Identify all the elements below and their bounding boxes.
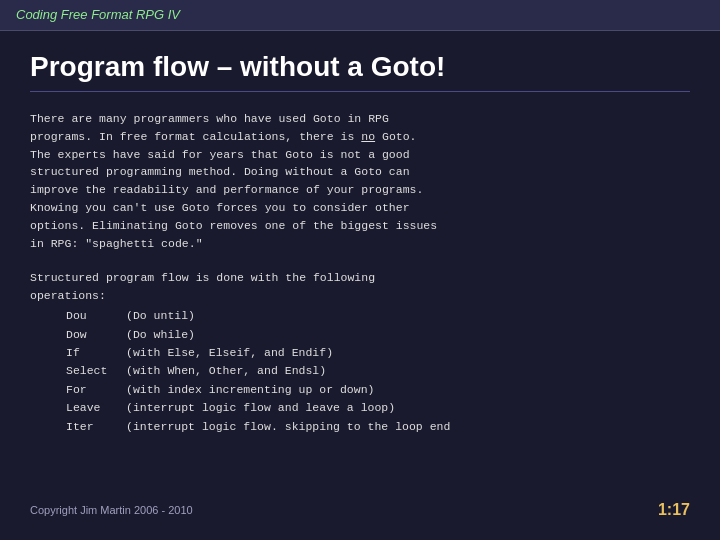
slide-container: Program flow – without a Goto! There are… [0, 31, 720, 535]
operations-table: Dou (Do until) Dow (Do while) If (with E… [30, 307, 690, 436]
para-line5: improve the readability and performance … [30, 183, 423, 196]
op-desc: (interrupt logic flow and leave a loop) [126, 399, 395, 417]
table-row: Select (with When, Other, and Endsl) [66, 362, 690, 380]
op-keyword: Dow [66, 326, 126, 344]
table-row: Dou (Do until) [66, 307, 690, 325]
para-line8: in RPG: "spaghetti code." [30, 237, 203, 250]
para-line4: structured programming method. Doing wit… [30, 165, 410, 178]
op-desc: (with When, Other, and Endsl) [126, 362, 326, 380]
slide-footer: Copyright Jim Martin 2006 - 2010 1:17 [30, 497, 690, 519]
op-desc: (with index incrementing up or down) [126, 381, 374, 399]
intro-paragraph: There are many programmers who have used… [30, 110, 690, 253]
op-keyword: Dou [66, 307, 126, 325]
op-keyword: Leave [66, 399, 126, 417]
op-keyword: If [66, 344, 126, 362]
op-desc: (Do while) [126, 326, 195, 344]
slide-body: There are many programmers who have used… [30, 110, 690, 489]
op-desc: (Do until) [126, 307, 195, 325]
footer-page: 1:17 [658, 501, 690, 519]
structured-intro1: Structured program flow is done with the… [30, 269, 690, 287]
table-row: Iter (interrupt logic flow. skipping to … [66, 418, 690, 436]
op-keyword: Select [66, 362, 126, 380]
slide-title: Program flow – without a Goto! [30, 51, 690, 92]
op-keyword: For [66, 381, 126, 399]
para-line2: programs. In free format calculations, t… [30, 130, 417, 143]
op-keyword: Iter [66, 418, 126, 436]
para-line3: The experts have said for years that Got… [30, 148, 410, 161]
table-row: Dow (Do while) [66, 326, 690, 344]
table-row: Leave (interrupt logic flow and leave a … [66, 399, 690, 417]
structured-section: Structured program flow is done with the… [30, 269, 690, 437]
header-title: Coding Free Format RPG IV [16, 7, 180, 22]
para-line6: Knowing you can't use Goto forces you to… [30, 201, 410, 214]
op-desc: (with Else, Elseif, and Endif) [126, 344, 333, 362]
footer-copyright: Copyright Jim Martin 2006 - 2010 [30, 504, 193, 516]
structured-intro2: operations: [30, 287, 690, 305]
header-bar: Coding Free Format RPG IV [0, 0, 720, 31]
op-desc: (interrupt logic flow. skipping to the l… [126, 418, 450, 436]
para-line1: There are many programmers who have used… [30, 112, 389, 125]
table-row: If (with Else, Elseif, and Endif) [66, 344, 690, 362]
para-line7: options. Eliminating Goto removes one of… [30, 219, 437, 232]
underline-no: no [361, 130, 375, 143]
table-row: For (with index incrementing up or down) [66, 381, 690, 399]
